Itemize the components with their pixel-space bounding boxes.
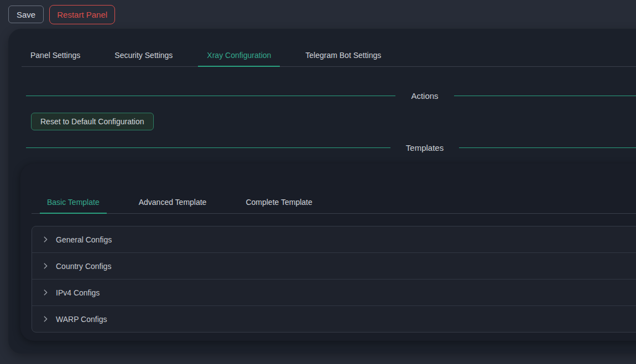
restart-panel-button[interactable]: Restart Panel <box>49 5 115 24</box>
chevron-right-icon <box>42 315 49 323</box>
collapse-label: Country Configs <box>56 262 111 271</box>
topbar: Save Restart Panel <box>0 0 636 29</box>
collapse-label: IPv4 Configs <box>56 288 100 297</box>
chevron-right-icon <box>42 289 49 296</box>
tab-basic-template[interactable]: Basic Template <box>40 191 107 213</box>
tab-security-settings[interactable]: Security Settings <box>106 44 181 66</box>
chevron-right-icon <box>42 262 49 270</box>
settings-tab-bar: Panel Settings Security Settings Xray Co… <box>22 29 636 67</box>
actions-divider: Actions <box>22 91 636 101</box>
template-tab-bar: Basic Template Advanced Template Complet… <box>32 163 636 214</box>
tab-xray-configuration[interactable]: Xray Configuration <box>198 44 280 66</box>
settings-card: Panel Settings Security Settings Xray Co… <box>8 29 636 354</box>
templates-card: Basic Template Advanced Template Complet… <box>20 163 636 341</box>
tab-telegram-bot-settings[interactable]: Telegram Bot Settings <box>296 44 390 66</box>
collapse-general-configs[interactable]: General Configs <box>32 226 636 253</box>
save-button[interactable]: Save <box>8 6 44 23</box>
collapse-ipv4-configs[interactable]: IPv4 Configs <box>32 279 636 306</box>
chevron-right-icon <box>42 236 49 243</box>
templates-divider-label: Templates <box>406 143 444 152</box>
collapse-label: General Configs <box>56 235 112 244</box>
tab-panel-settings[interactable]: Panel Settings <box>22 44 89 66</box>
config-collapse-list: General Configs Country Configs IPv4 Con… <box>32 226 636 333</box>
reset-default-configuration-button[interactable]: Reset to Default Configuration <box>31 113 154 130</box>
tab-advanced-template[interactable]: Advanced Template <box>132 191 214 213</box>
collapse-country-configs[interactable]: Country Configs <box>32 253 636 279</box>
collapse-label: WARP Configs <box>56 315 107 324</box>
collapse-warp-configs[interactable]: WARP Configs <box>32 306 636 332</box>
templates-divider: Templates <box>22 143 636 152</box>
actions-divider-label: Actions <box>411 91 438 101</box>
tab-complete-template[interactable]: Complete Template <box>238 191 319 213</box>
